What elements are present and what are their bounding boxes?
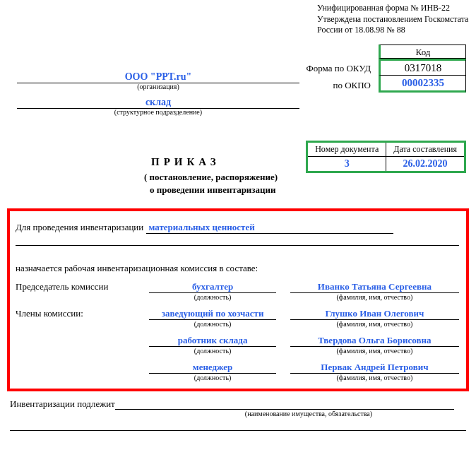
blank-line — [16, 245, 459, 246]
inventory-subject-line: Инвентаризации подлежит (наименование им… — [10, 398, 466, 417]
code-header: Код — [379, 45, 466, 59]
subject-caption: (наименование имущества, обязательства) — [151, 410, 466, 417]
member-3-name: Первак Андрей Петрович (фамилия, имя, от… — [290, 362, 459, 381]
members-label: Члены комиссии: — [16, 308, 149, 319]
member-row-2: работник склада (должность) Твердова Оль… — [16, 335, 459, 355]
doc-number-date-table: Номер документа Дата составления 3 26.02… — [306, 141, 466, 173]
doc-info: Номер документа Дата составления 3 26.02… — [3, 141, 473, 204]
member-1-position: заведующий по хозчасти (должность) — [149, 308, 275, 328]
okud-value: 0317018 — [379, 59, 466, 76]
doc-subtitle-1: ( постановление, распоряжение) — [144, 172, 278, 183]
header-area: Код Форма по ОКУД 0317018 по ОКПО 000023… — [3, 42, 473, 119]
chairman-position: бухгалтер (должность) — [149, 281, 275, 301]
doc-date-header: Дата составления — [386, 141, 465, 156]
okpo-label: по ОКПО — [333, 80, 371, 91]
commission-text: назначается рабочая инвентаризационная к… — [16, 263, 459, 274]
doc-number-value: 3 — [307, 156, 386, 172]
okud-label: Форма по ОКУД — [307, 63, 371, 74]
member-3-position: менеджер (должность) — [149, 362, 275, 381]
member-row-3: менеджер (должность) Первак Андрей Петро… — [16, 362, 459, 381]
doc-date-value: 26.02.2020 — [386, 156, 465, 172]
doc-subtitle-2: о проведении инвентаризации — [150, 184, 276, 196]
organization-field: ООО "PPT.ru" — [17, 71, 299, 83]
organization-caption: (организация) — [17, 83, 299, 90]
doc-number-header: Номер документа — [307, 141, 386, 156]
member-row-1: Члены комиссии: заведующий по хозчасти (… — [16, 308, 459, 328]
member-2-name: Твердова Ольга Борисовна (фамилия, имя, … — [290, 335, 459, 355]
form-approval-note: Унифицированная форма № ИНВ-22 Утвержден… — [317, 3, 473, 36]
blank-line-2 — [10, 430, 466, 431]
chairman-name: Иванко Татьяна Сергеевна (фамилия, имя, … — [290, 281, 459, 301]
highlighted-section: Для проведения инвентаризации материальн… — [7, 208, 469, 391]
chairman-row: Председатель комиссии бухгалтер (должнос… — [16, 281, 459, 301]
inventory-intro: Для проведения инвентаризации материальн… — [16, 222, 459, 234]
okpo-value: 00002335 — [379, 76, 466, 93]
inventory-subject-value: материальных ценностей — [146, 222, 393, 234]
member-2-position: работник склада (должность) — [149, 335, 275, 355]
department-caption: (структурное подразделение) — [17, 108, 299, 116]
doc-title: ПРИКАЗ — [151, 156, 220, 168]
department-field: склад — [17, 97, 299, 109]
member-1-name: Глушко Иван Олегович (фамилия, имя, отче… — [290, 308, 459, 328]
chairman-label: Председатель комиссии — [16, 281, 149, 292]
